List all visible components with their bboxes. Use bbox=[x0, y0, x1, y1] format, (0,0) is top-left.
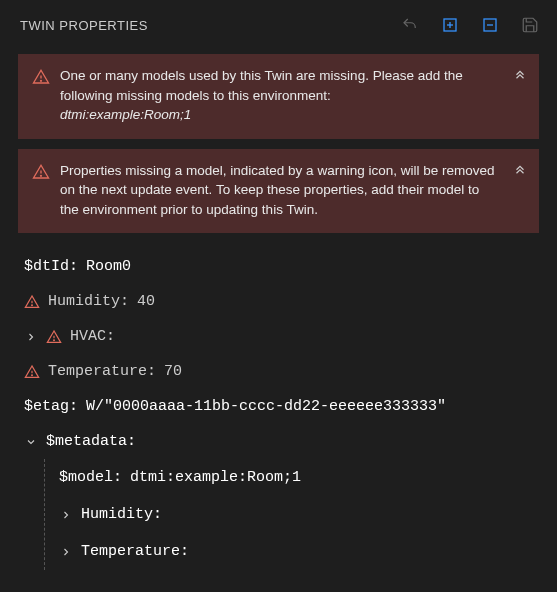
alert-text: One or many models used by this Twin are… bbox=[60, 66, 525, 125]
svg-point-6 bbox=[41, 80, 42, 81]
prop-key: $dtId: bbox=[24, 256, 78, 277]
prop-value: W/"0000aaaa-11bb-cccc-dd22-eeeeee333333" bbox=[86, 396, 446, 417]
expand-toggle[interactable] bbox=[24, 436, 38, 448]
prop-key: HVAC: bbox=[70, 326, 115, 347]
prop-value: dtmi:example:Room;1 bbox=[130, 467, 301, 488]
warning-icon bbox=[24, 294, 40, 310]
hvac-row[interactable]: HVAC: bbox=[24, 319, 535, 354]
alert-collapse-button[interactable] bbox=[513, 161, 527, 178]
alert-line: Properties missing a model, indicated by… bbox=[60, 163, 438, 178]
missing-property-model-alert: Properties missing a model, indicated by… bbox=[18, 149, 539, 234]
prop-key: Humidity: bbox=[48, 291, 129, 312]
prop-key: $model: bbox=[59, 467, 122, 488]
etag-row: $etag: W/"0000aaaa-11bb-cccc-dd22-eeeeee… bbox=[24, 389, 535, 424]
toolbar bbox=[399, 14, 541, 36]
expand-toggle[interactable] bbox=[59, 509, 73, 521]
collapse-icon bbox=[481, 16, 499, 34]
alert-line: One or many models used by this Twin are… bbox=[60, 68, 463, 83]
warning-icon bbox=[46, 329, 62, 345]
collapse-all-button[interactable] bbox=[479, 14, 501, 36]
chevron-right-icon bbox=[60, 509, 72, 521]
save-button[interactable] bbox=[519, 14, 541, 36]
properties-list: $dtId: Room0 Humidity: 40 HVAC: Temperat… bbox=[10, 243, 547, 570]
svg-point-10 bbox=[32, 305, 33, 306]
prop-key: $etag: bbox=[24, 396, 78, 417]
alert-line: following missing models to this environ… bbox=[60, 88, 331, 103]
panel-title: TWIN PROPERTIES bbox=[20, 18, 148, 33]
expand-toggle[interactable] bbox=[59, 546, 73, 558]
prop-key: Humidity: bbox=[81, 504, 162, 525]
alert-text: Properties missing a model, indicated by… bbox=[60, 161, 525, 220]
temperature-row: Temperature: 70 bbox=[24, 354, 535, 389]
metadata-model-row: $model: dtmi:example:Room;1 bbox=[59, 459, 535, 496]
expand-toggle[interactable] bbox=[24, 331, 38, 343]
prop-value: 40 bbox=[137, 291, 155, 312]
chevron-right-icon bbox=[60, 546, 72, 558]
metadata-row[interactable]: $metadata: bbox=[24, 424, 535, 459]
metadata-humidity-row[interactable]: Humidity: bbox=[59, 496, 535, 533]
prop-key: Temperature: bbox=[48, 361, 156, 382]
expand-all-button[interactable] bbox=[439, 14, 461, 36]
expand-icon bbox=[441, 16, 459, 34]
prop-value: Room0 bbox=[86, 256, 131, 277]
metadata-children: $model: dtmi:example:Room;1 Humidity: Te… bbox=[44, 459, 535, 570]
warning-icon bbox=[32, 163, 50, 181]
warning-icon bbox=[32, 68, 50, 86]
metadata-temperature-row[interactable]: Temperature: bbox=[59, 533, 535, 570]
chevron-right-icon bbox=[25, 331, 37, 343]
svg-point-8 bbox=[41, 175, 42, 176]
alert-model: dtmi:example:Room;1 bbox=[60, 107, 191, 122]
chevron-down-icon bbox=[25, 436, 37, 448]
warning-icon bbox=[24, 364, 40, 380]
alert-collapse-button[interactable] bbox=[513, 66, 527, 83]
svg-point-12 bbox=[54, 340, 55, 341]
undo-button[interactable] bbox=[399, 14, 421, 36]
prop-key: Temperature: bbox=[81, 541, 189, 562]
prop-key: $metadata: bbox=[46, 431, 136, 452]
prop-value: 70 bbox=[164, 361, 182, 382]
save-icon bbox=[521, 16, 539, 34]
missing-models-alert: One or many models used by this Twin are… bbox=[18, 54, 539, 139]
twin-properties-panel: TWIN PROPERTIES One or many models used … bbox=[0, 0, 557, 582]
panel-header: TWIN PROPERTIES bbox=[10, 8, 547, 48]
chevron-double-up-icon bbox=[513, 161, 527, 175]
chevron-double-up-icon bbox=[513, 66, 527, 80]
humidity-row: Humidity: 40 bbox=[24, 284, 535, 319]
dtid-row: $dtId: Room0 bbox=[24, 249, 535, 284]
undo-icon bbox=[401, 16, 419, 34]
svg-point-14 bbox=[32, 375, 33, 376]
